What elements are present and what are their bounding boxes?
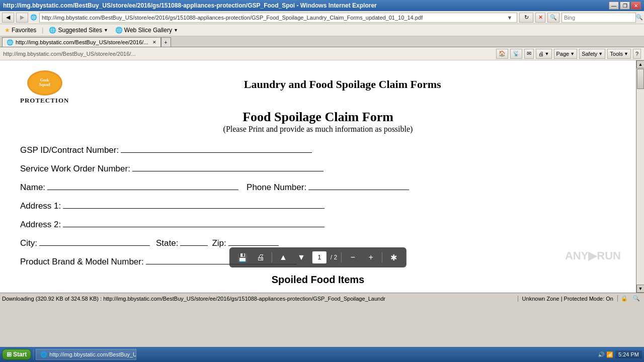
taskbar-time: 5:24 PM — [615, 350, 642, 358]
new-tab-button[interactable]: + — [161, 37, 171, 47]
stop-button[interactable]: ✕ — [535, 13, 545, 23]
tools-button[interactable]: Tools ▼ — [607, 49, 631, 59]
service-label: Service Work Order Number: — [20, 164, 130, 174]
name-label: Name: — [20, 183, 45, 193]
tools-label: Tools — [610, 51, 623, 57]
search-box[interactable]: 🔍 — [561, 13, 642, 23]
zip-label: Zip: — [212, 238, 226, 248]
logo-text: GeekSquad — [39, 78, 50, 87]
pdf-next-page-button[interactable]: ▼ — [294, 250, 308, 264]
restore-button[interactable]: ❐ — [620, 2, 630, 10]
pdf-page-input[interactable] — [312, 251, 327, 263]
minimize-button[interactable]: — — [609, 2, 619, 10]
search-input[interactable] — [562, 13, 635, 22]
ie-taskbar-icon: 🌐 — [40, 351, 47, 358]
pdf-save-button[interactable]: 💾 — [235, 250, 250, 264]
city-state-zip-line: City: State: Zip: — [20, 237, 616, 248]
pdf-toolbar-separator-2 — [341, 252, 342, 262]
pdf-zoom-in-button[interactable]: + — [364, 250, 378, 264]
tab-bar: 🌐 http://img.bbystatic.com/BestBuy_US/st… — [0, 36, 644, 47]
tab-icon: 🌐 — [7, 39, 14, 46]
address-bar[interactable]: http://img.bbystatic.com/BestBuy_US/stor… — [39, 13, 517, 23]
star-icon: ★ — [5, 27, 10, 34]
print-button[interactable]: 🖨 ▼ — [536, 49, 552, 59]
logo-area: GeekSquad PROTECTION — [20, 70, 69, 105]
help-button[interactable]: ? — [633, 49, 641, 59]
vertical-scrollbar[interactable]: ▲ ▼ — [636, 60, 644, 293]
pdf-zoom-out-button[interactable]: − — [346, 250, 360, 264]
feeds-button[interactable]: 📡 — [510, 49, 522, 59]
address1-label: Address 1: — [20, 201, 61, 211]
address-text: http://img.bbystatic.com/BestBuy_US/stor… — [42, 15, 505, 21]
suggested-sites-label: Suggested Sites — [58, 27, 102, 34]
product-label: Product Brand & Model Number: — [20, 257, 144, 267]
rss-icon: 🌐 — [115, 27, 123, 34]
taskbar-task-label: http://img.bbystatic.com/BestBuy_US/stor… — [49, 351, 136, 357]
zip-underline — [228, 237, 279, 246]
start-label: Start — [13, 351, 27, 358]
window-controls: — ❐ ✕ — [609, 2, 641, 10]
phone-label: Phone Number: — [247, 183, 306, 193]
search-nearby[interactable]: 🔍 — [547, 13, 559, 23]
page-chevron: ▼ — [570, 51, 575, 56]
anyrun-text: ANY▶RUN — [565, 249, 621, 262]
geek-squad-logo: GeekSquad — [27, 70, 62, 96]
taskbar-divider-1 — [33, 349, 34, 359]
gsp-label: GSP ID/Contract Number: — [20, 145, 119, 155]
name-underline — [47, 181, 238, 190]
title-text: http://img.bbystatic.com/BestBuy_US/stor… — [3, 2, 377, 9]
phone-underline — [308, 181, 409, 190]
protection-text: PROTECTION — [20, 97, 69, 105]
status-bar: Downloading (320.92 KB of 324.58 KB) : h… — [0, 293, 644, 304]
url-display: http://img.bbystatic.com/BestBuy_US/stor… — [3, 51, 136, 57]
scroll-up-button[interactable]: ▲ — [636, 60, 644, 68]
pdf-prev-page-button[interactable]: ▲ — [276, 250, 290, 264]
address1-line: Address 1: — [20, 200, 616, 211]
status-zone-text: Unknown Zone | Protected Mode: On — [518, 296, 617, 302]
anyrun-watermark: ANY▶RUN — [565, 249, 621, 262]
print-chevron: ▼ — [545, 51, 549, 56]
safety-button[interactable]: Safety ▼ — [579, 49, 605, 59]
title-bar: http://img.bbystatic.com/BestBuy_US/stor… — [0, 0, 644, 11]
taskbar-tray-icons: 🔊 📶 — [598, 351, 613, 358]
refresh-button[interactable]: ↻ — [519, 13, 533, 23]
help-label: ? — [635, 51, 638, 57]
start-button[interactable]: ⊞ Start — [2, 349, 31, 360]
back-button[interactable]: ◀ — [2, 13, 14, 23]
tab-1[interactable]: 🌐 http://img.bbystatic.com/BestBuy_US/st… — [2, 37, 161, 47]
toolbar-left: http://img.bbystatic.com/BestBuy_US/stor… — [3, 51, 136, 57]
scroll-down-button[interactable]: ▼ — [636, 285, 644, 293]
address2-label: Address 2: — [20, 220, 61, 230]
pdf-toolbar-overlay: 💾 🖨 ▲ ▼ / 2 − + ✱ — [229, 247, 407, 267]
taskbar-ie-button[interactable]: 🌐 http://img.bbystatic.com/BestBuy_US/st… — [36, 349, 136, 360]
favorites-button[interactable]: ★ Favorites — [3, 26, 38, 34]
close-button[interactable]: ✕ — [631, 2, 641, 10]
city-label: City: — [20, 238, 37, 248]
safety-label: Safety — [582, 51, 597, 57]
separator-1: | — [42, 27, 43, 34]
read-mail-button[interactable]: ✉ — [524, 49, 534, 59]
page-button[interactable]: Page ▼ — [554, 49, 578, 59]
web-slice-gallery-button[interactable]: 🌐 Web Slice Gallery ▼ — [114, 26, 180, 34]
forward-button[interactable]: ▶ — [16, 13, 28, 23]
tab-label: http://img.bbystatic.com/BestBuy_US/stor… — [16, 39, 148, 45]
favorites-bar: ★ Favorites | 🌐 Suggested Sites ▼ 🌐 Web … — [0, 24, 644, 36]
windows-orb-icon: ⊞ — [7, 351, 12, 358]
scroll-track[interactable] — [636, 68, 644, 285]
pdf-more-tools-button[interactable]: ✱ — [386, 250, 400, 264]
state-label: State: — [156, 238, 178, 248]
pdf-print-button[interactable]: 🖨 — [254, 250, 268, 264]
home-button[interactable]: 🏠 — [496, 49, 508, 59]
chevron-down-icon: ▼ — [104, 28, 108, 33]
spoiled-food-header: Spoiled Food Items — [20, 274, 616, 286]
scroll-thumb[interactable] — [637, 69, 644, 89]
suggested-sites-button[interactable]: 🌐 Suggested Sites ▼ — [47, 26, 109, 34]
address-dropdown[interactable]: ▼ — [505, 13, 515, 23]
gsp-field-line: GSP ID/Contract Number: — [20, 144, 616, 155]
browser-main: GeekSquad PROTECTION Laundry and Food Sp… — [0, 60, 644, 293]
taskbar-right: 🔊 📶 5:24 PM — [598, 350, 642, 358]
web-slice-chevron-icon: ▼ — [174, 28, 178, 33]
search-go-button[interactable]: 🔍 — [635, 13, 643, 23]
gsp-underline — [121, 144, 312, 153]
tab-close-icon[interactable]: ✕ — [152, 40, 156, 45]
